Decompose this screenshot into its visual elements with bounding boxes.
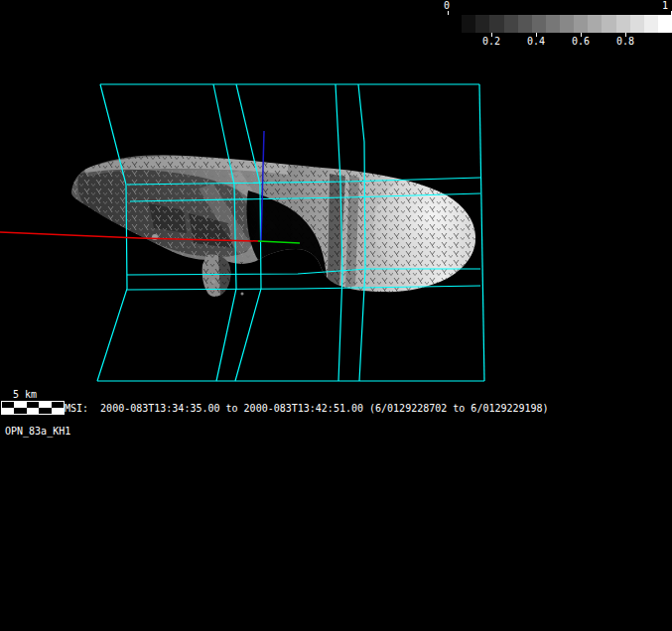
scale-bar-checker — [1, 401, 65, 415]
colorbar-cell — [448, 15, 462, 33]
status-line: MSI:2000-083T13:34:35.00 to 2000-083T13:… — [65, 403, 549, 415]
colorbar-tick-label: 0.4 — [521, 36, 551, 47]
colorbar-cell — [546, 15, 560, 33]
scale-bar-label: 5 km — [13, 389, 37, 400]
colorbar-cells — [448, 15, 672, 33]
scale-bar-cell — [52, 408, 64, 414]
colorbar-cell — [574, 15, 588, 33]
colorbar-cell — [518, 15, 532, 33]
scale-bar-cell — [14, 408, 26, 414]
colorbar-min-label: 0 — [444, 1, 450, 11]
colorbar-cell — [644, 15, 658, 33]
colorbar-tick-label: 0.2 — [476, 36, 506, 47]
grayscale-colorbar: 0 1 0.2 0.4 0.6 0.8 — [448, 0, 672, 50]
colorbar-cell — [504, 15, 518, 33]
scale-bar-cell — [27, 408, 39, 414]
sequence-id-label: OPN_83a_KH1 — [5, 426, 70, 438]
colorbar-cell — [532, 15, 546, 33]
instrument-label: MSI: — [65, 403, 88, 414]
colorbar-cell — [616, 15, 630, 33]
scale-bar-cell — [2, 408, 14, 414]
scene-view[interactable] — [0, 0, 672, 446]
colorbar-tick-label: 0.8 — [610, 36, 640, 47]
colorbar-cell — [658, 15, 672, 33]
time-range-label: 2000-083T13:34:35.00 to 2000-083T13:42:5… — [100, 403, 549, 414]
asteroid-model — [71, 149, 480, 302]
colorbar-cell — [560, 15, 574, 33]
colorbar-cell — [602, 15, 615, 33]
colorbar-cell — [588, 15, 602, 33]
opnav-window: 0 1 0.2 0.4 0.6 0.8 5 km MSI:2000-083T13… — [0, 0, 672, 631]
colorbar-cell — [475, 15, 489, 33]
colorbar-cell — [489, 15, 503, 33]
colorbar-cell — [462, 15, 475, 33]
colorbar-tick-label: 0.6 — [566, 36, 596, 47]
colorbar-max-label: 1 — [662, 1, 668, 11]
colorbar-cell — [630, 15, 644, 33]
scale-bar-cell — [39, 408, 51, 414]
